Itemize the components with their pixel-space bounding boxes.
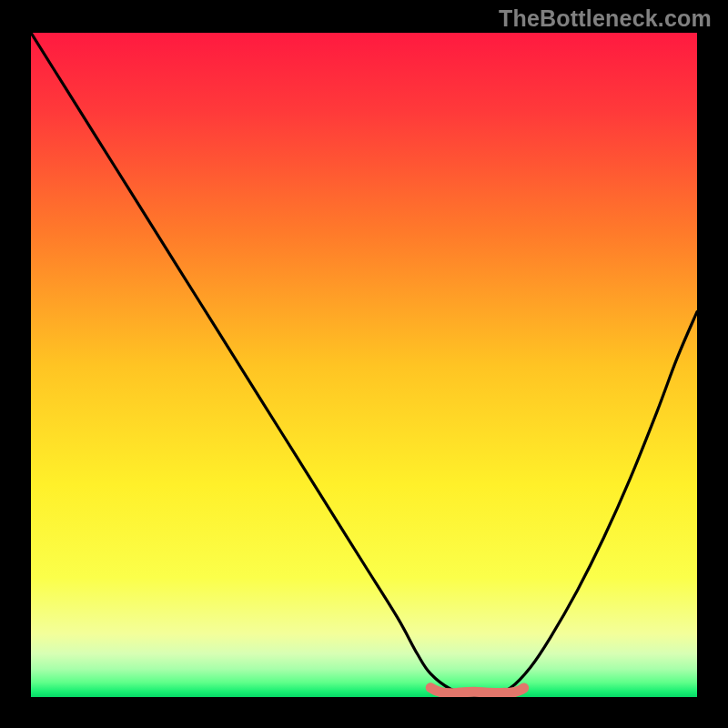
chart-frame: TheBottleneck.com [0, 0, 728, 728]
chart-svg [31, 33, 697, 697]
plot-area [31, 33, 697, 697]
watermark-text: TheBottleneck.com [499, 5, 712, 32]
gradient-background [31, 33, 697, 697]
optimal-region-marker [430, 688, 523, 693]
